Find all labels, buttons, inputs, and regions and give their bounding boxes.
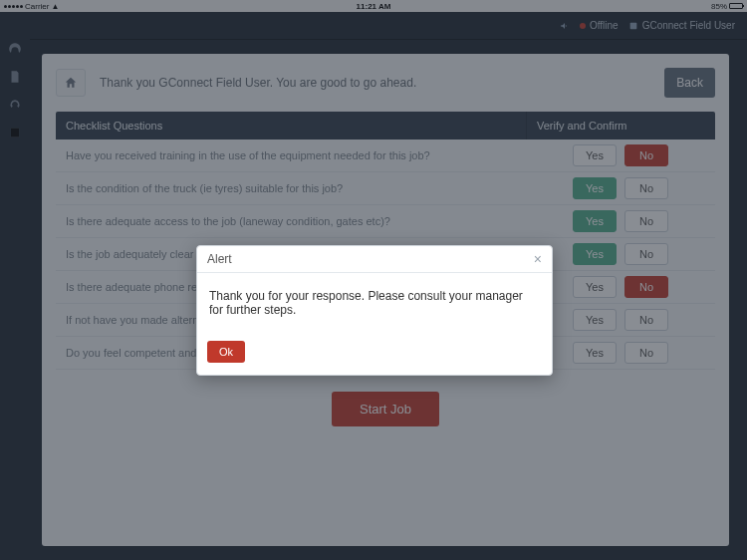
alert-message: Thank you for your response. Please cons…	[197, 273, 552, 333]
alert-modal: Alert × Thank you for your response. Ple…	[196, 245, 553, 376]
alert-title: Alert	[207, 252, 232, 266]
close-icon[interactable]: ×	[534, 252, 542, 266]
ok-button[interactable]: Ok	[207, 341, 245, 363]
